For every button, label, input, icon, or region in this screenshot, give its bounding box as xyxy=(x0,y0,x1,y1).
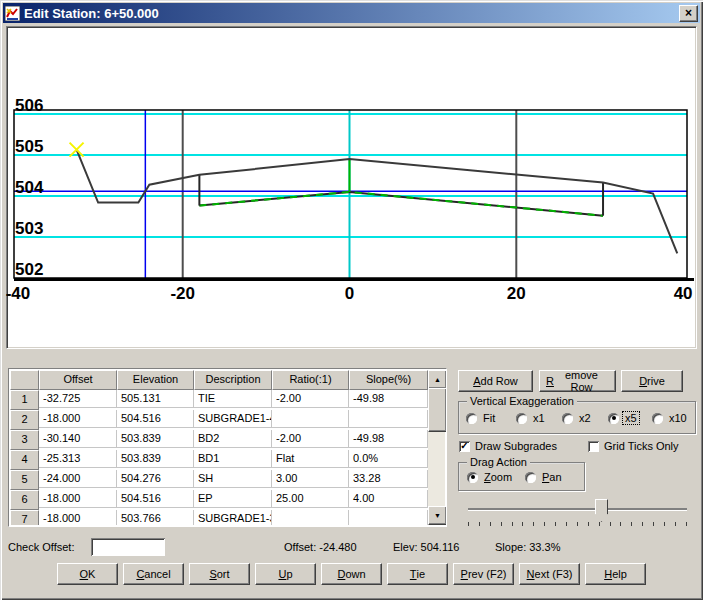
table-cell[interactable]: 33.28 xyxy=(349,470,428,488)
checkbox-box: ✓ xyxy=(459,441,470,452)
table-cell[interactable]: -24.000 xyxy=(39,470,117,488)
radio-x5[interactable]: x5 xyxy=(608,412,639,424)
table-cell[interactable] xyxy=(272,510,349,525)
table-cell[interactable]: Flat xyxy=(272,450,349,468)
radio-zoom[interactable]: Zoom xyxy=(467,471,514,483)
table-cell[interactable]: BD1 xyxy=(194,450,272,468)
slider-ticks xyxy=(468,522,687,527)
x-axis-label: -40 xyxy=(6,284,31,303)
close-button[interactable]: × xyxy=(679,5,698,22)
y-axis-label: 503 xyxy=(15,219,43,238)
row-number-cell[interactable]: 3 xyxy=(10,430,39,450)
row-number-cell[interactable]: 2 xyxy=(10,410,39,430)
table-cell[interactable]: -30.140 xyxy=(39,430,117,448)
radio-circle xyxy=(516,413,527,424)
table-cell[interactable]: BD2 xyxy=(194,430,272,448)
scroll-down-button[interactable]: ▼ xyxy=(428,506,447,525)
drive-button[interactable]: Drive xyxy=(621,370,683,392)
next-f3-button[interactable]: Next (F3) xyxy=(519,563,580,585)
dialog-buttons: OKCancelSortUpDownTiePrev (F2)Next (F3)H… xyxy=(0,563,703,585)
table-cell[interactable]: EP xyxy=(194,490,272,508)
table-cell[interactable]: -25.313 xyxy=(39,450,117,468)
table-cell[interactable]: 3.00 xyxy=(272,470,349,488)
radio-circle xyxy=(525,472,536,483)
scroll-up-button[interactable]: ▲ xyxy=(428,370,447,389)
table-cell[interactable]: 503.766 xyxy=(117,510,194,525)
table-cell[interactable]: 503.839 xyxy=(117,450,194,468)
station-points-table[interactable]: OffsetElevationDescriptionRatio(:1)Slope… xyxy=(8,368,447,527)
row-number-cell[interactable]: 5 xyxy=(10,470,39,490)
up-button[interactable]: Up xyxy=(255,563,316,585)
help-button[interactable]: Help xyxy=(585,563,646,585)
table-cell[interactable]: 505.131 xyxy=(117,390,194,408)
table-cell[interactable] xyxy=(349,410,428,428)
table-cell[interactable] xyxy=(272,410,349,428)
scrollbar-thumb[interactable] xyxy=(428,388,447,432)
window-title: Edit Station: 6+50.000 xyxy=(24,6,159,21)
header-cell: Elevation xyxy=(117,370,194,390)
radio-circle xyxy=(467,472,478,483)
radio-label: x5 xyxy=(623,412,639,424)
table-cell[interactable]: -2.00 xyxy=(272,430,349,448)
row-number-cell[interactable]: 7 xyxy=(10,510,39,525)
app-icon xyxy=(5,6,20,21)
radio-label: x2 xyxy=(577,412,593,424)
table-cell[interactable]: -18.000 xyxy=(39,490,117,508)
table-cell[interactable] xyxy=(349,510,428,525)
ok-button[interactable]: OK xyxy=(57,563,118,585)
table-cell[interactable]: 0.0% xyxy=(349,450,428,468)
radio-x2[interactable]: x2 xyxy=(562,412,593,424)
table-cell[interactable]: -18.000 xyxy=(39,510,117,525)
vertical-exaggeration-label: Vertical Exaggeration xyxy=(467,395,577,407)
add-row-button[interactable]: Add Row xyxy=(458,370,533,392)
table-cell[interactable]: 504.516 xyxy=(117,410,194,428)
table-cell[interactable]: -49.98 xyxy=(349,390,428,408)
tie-button[interactable]: Tie xyxy=(387,563,448,585)
header-cell: Ratio(:1) xyxy=(272,370,349,390)
radio-pan[interactable]: Pan xyxy=(525,471,564,483)
table-cell[interactable]: 504.516 xyxy=(117,490,194,508)
table-cell[interactable]: SH xyxy=(194,470,272,488)
table-cell[interactable]: SUBGRADE1-3 xyxy=(194,510,272,525)
table-cell[interactable]: 503.839 xyxy=(117,430,194,448)
table-cell[interactable]: -32.725 xyxy=(39,390,117,408)
radio-label: Fit xyxy=(481,412,497,424)
table-cell[interactable]: SUBGRADE1-4 xyxy=(194,410,272,428)
row-number-cell[interactable]: 6 xyxy=(10,490,39,510)
cancel-button[interactable]: Cancel xyxy=(123,563,184,585)
zoom-slider-thumb[interactable] xyxy=(595,499,608,522)
prev-f2-button[interactable]: Prev (F2) xyxy=(453,563,514,585)
header-cell: Description xyxy=(194,370,272,390)
table-cell[interactable]: 504.276 xyxy=(117,470,194,488)
down-button[interactable]: Down xyxy=(321,563,382,585)
radio-x10[interactable]: x10 xyxy=(652,412,689,424)
table-cell[interactable]: -49.98 xyxy=(349,430,428,448)
profile-chart[interactable]: 506505504503502-40-2002040 xyxy=(0,28,703,346)
edit-station-dialog: { "window": { "title": "Edit Station: 6+… xyxy=(0,0,703,600)
x-axis-label: 40 xyxy=(674,284,693,303)
table-cell[interactable]: 4.00 xyxy=(349,490,428,508)
header-cell xyxy=(10,370,39,390)
check-offset-input[interactable] xyxy=(91,538,165,556)
row-number-cell[interactable]: 1 xyxy=(10,390,39,410)
radio-circle xyxy=(466,413,477,424)
table-scrollbar[interactable]: ▲ ▼ xyxy=(428,370,445,525)
row-number-cell[interactable]: 4 xyxy=(10,450,39,470)
table-cell[interactable]: -2.00 xyxy=(272,390,349,408)
radio-x1[interactable]: x1 xyxy=(516,412,547,424)
y-axis-label: 504 xyxy=(15,178,44,197)
checkbox-draw-subgrades[interactable]: ✓Draw Subgrades xyxy=(459,440,557,452)
zoom-slider-track[interactable] xyxy=(468,508,687,511)
radio-label: x10 xyxy=(667,412,689,424)
checkbox-grid-ticks-only[interactable]: Grid Ticks Only xyxy=(588,440,679,452)
table-cell[interactable]: TIE xyxy=(194,390,272,408)
radio-fit[interactable]: Fit xyxy=(466,412,497,424)
table-cell[interactable]: 25.00 xyxy=(272,490,349,508)
checkbox-label: Draw Subgrades xyxy=(475,440,557,452)
table-cell[interactable]: -18.000 xyxy=(39,410,117,428)
y-axis-label: 506 xyxy=(15,96,43,115)
status-elev: Elev: 504.116 xyxy=(393,541,459,553)
remove-row-button[interactable]: Remove Row xyxy=(539,370,616,392)
checkbox-box xyxy=(588,441,599,452)
sort-button[interactable]: Sort xyxy=(189,563,250,585)
